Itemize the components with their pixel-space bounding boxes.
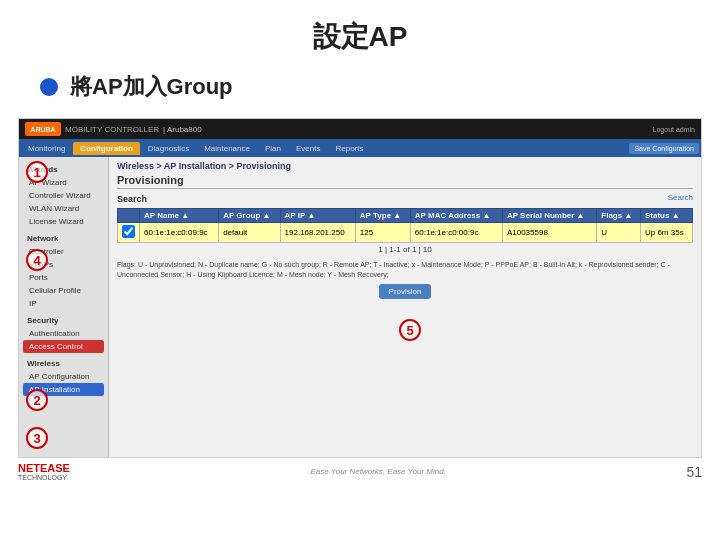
page-number: 51 (686, 464, 702, 480)
main-content: Wizards AP Wizard Controller Wizard WLAN… (19, 157, 701, 457)
sidebar-item-authentication[interactable]: Authentication (23, 327, 104, 340)
content-panel: Wireless > AP Installation > Provisionin… (109, 157, 701, 457)
sidebar-item-license-wizard[interactable]: License Wizard (23, 215, 104, 228)
sidebar-item-access-control[interactable]: Access Control (23, 340, 104, 353)
search-label: Search (117, 194, 147, 204)
row-ap-type: 125 (355, 223, 410, 243)
nav-tabs: Monitoring Configuration Diagnostics Mai… (19, 139, 701, 157)
tab-reports[interactable]: Reports (328, 142, 370, 155)
sidebar-item-ap-configuration[interactable]: AP Configuration (23, 370, 104, 383)
search-link[interactable]: Search (668, 193, 693, 202)
badge-3: 3 (26, 427, 48, 449)
badge-5: 5 (399, 319, 421, 341)
sidebar-item-cellular-profile[interactable]: Cellular Profile (23, 284, 104, 297)
tab-diagnostics[interactable]: Diagnostics (141, 142, 196, 155)
row-ap-group: default (219, 223, 280, 243)
netease-logo: NETEASE (18, 462, 70, 474)
col-flags: Flags ▲ (597, 209, 641, 223)
row-ap-name: 60:1e:1e:c0:09:9c (140, 223, 219, 243)
sidebar-item-controller-wizard[interactable]: Controller Wizard (23, 189, 104, 202)
pagination: 1 | 1-1 of 1 | 10 (117, 243, 693, 256)
slogan: Ease Your Networks, Ease Your Mind. (311, 467, 446, 476)
aruba-ui: ARUBA MOBILITY CONTROLLER | Aruba800 Log… (19, 119, 701, 457)
col-ap-mac: AP MAC Address ▲ (410, 209, 502, 223)
top-nav-left: ARUBA MOBILITY CONTROLLER | Aruba800 (25, 122, 202, 136)
sidebar-security: Security Authentication Access Control (19, 312, 108, 355)
row-checkbox[interactable] (122, 225, 135, 238)
sidebar-item-ports[interactable]: Ports (23, 271, 104, 284)
row-status: Up 6m 35s (640, 223, 692, 243)
row-checkbox-cell[interactable] (118, 223, 140, 243)
sidebar: Wizards AP Wizard Controller Wizard WLAN… (19, 157, 109, 457)
aruba-logo: ARUBA (25, 122, 61, 136)
col-ap-type: AP Type ▲ (355, 209, 410, 223)
sidebar-security-title: Security (23, 314, 104, 327)
bullet-section: 將AP加入Group (0, 64, 720, 110)
badge-4: 4 (26, 249, 48, 271)
col-ap-name: AP Name ▲ (140, 209, 219, 223)
row-flags: U (597, 223, 641, 243)
sidebar-wireless-title: Wireless (23, 357, 104, 370)
row-ap-ip: 192.168.201.250 (280, 223, 355, 243)
col-ap-ip: AP IP ▲ (280, 209, 355, 223)
col-ap-serial: AP Serial Number ▲ (502, 209, 596, 223)
sidebar-item-ip[interactable]: IP (23, 297, 104, 310)
breadcrumb: Wireless > AP Installation > Provisionin… (117, 161, 693, 171)
sidebar-network: Network Controller VI APs Ports Cellular… (19, 230, 108, 312)
mobility-text: MOBILITY CONTROLLER (65, 125, 159, 134)
badge-2: 2 (26, 389, 48, 411)
netease-sub: TECHNOLOGY (18, 474, 70, 481)
col-status: Status ▲ (640, 209, 692, 223)
tab-maintenance[interactable]: Maintenance (197, 142, 257, 155)
sidebar-item-wlan-wizard[interactable]: WLAN Wizard (23, 202, 104, 215)
tab-events[interactable]: Events (289, 142, 327, 155)
provision-button[interactable]: Provision (379, 284, 432, 299)
section-title: Provisioning (117, 174, 693, 189)
sidebar-network-title: Network (23, 232, 104, 245)
table-row: 60:1e:1e:c0:09:9c default 192.168.201.25… (118, 223, 693, 243)
footer: NETEASE TECHNOLOGY Ease Your Networks, E… (0, 458, 720, 481)
save-config-button[interactable]: Save Configuration (629, 143, 699, 154)
table-header-row: AP Name ▲ AP Group ▲ AP IP ▲ AP Type ▲ A… (118, 209, 693, 223)
bullet-dot (40, 78, 58, 96)
col-ap-group: AP Group ▲ (219, 209, 280, 223)
top-nav: ARUBA MOBILITY CONTROLLER | Aruba800 Log… (19, 119, 701, 139)
badge-1: 1 (26, 161, 48, 183)
netease-brand: NETEASE TECHNOLOGY (18, 462, 70, 481)
screenshot-container: ARUBA MOBILITY CONTROLLER | Aruba800 Log… (18, 118, 702, 458)
flags-info: Flags: U - Unprovisioned; N - Duplicate … (117, 260, 693, 280)
tab-monitoring[interactable]: Monitoring (21, 142, 72, 155)
bullet-text: 將AP加入Group (70, 72, 233, 102)
logout-button[interactable]: Logout admin (653, 126, 695, 133)
tab-plan[interactable]: Plan (258, 142, 288, 155)
page-title: 設定AP (0, 0, 720, 64)
col-checkbox (118, 209, 140, 223)
tab-configuration[interactable]: Configuration (73, 142, 139, 155)
controller-name: | Aruba800 (163, 125, 202, 134)
row-ap-mac: 60:1e:1e:c0:00:9c (410, 223, 502, 243)
row-ap-serial: A10035598 (502, 223, 596, 243)
search-section: Search Search (117, 193, 693, 204)
ap-table: AP Name ▲ AP Group ▲ AP IP ▲ AP Type ▲ A… (117, 208, 693, 243)
